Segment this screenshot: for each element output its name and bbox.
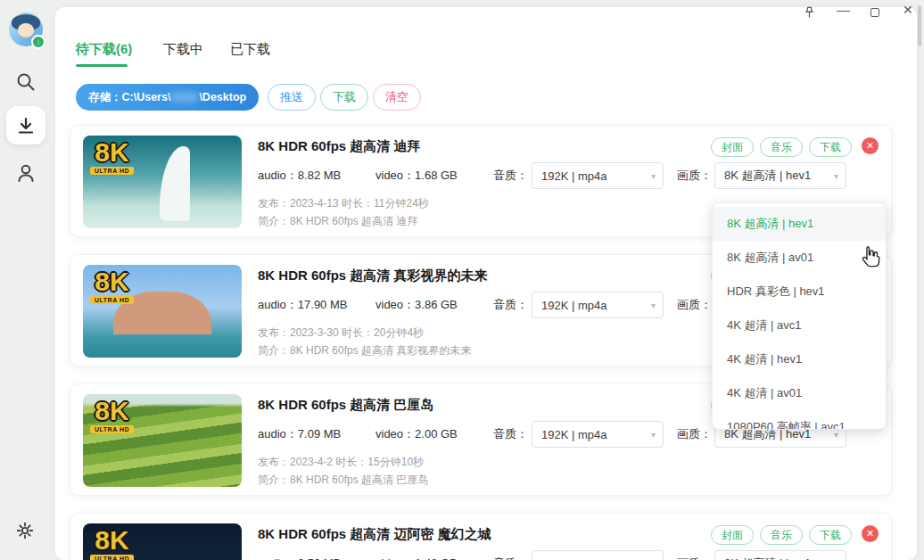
music-tag-button[interactable]: 音乐 (760, 137, 803, 157)
video-title: 8K HDR 60fps 超高清 迪拜 (258, 138, 421, 155)
video-quality-label: 画质： (677, 550, 712, 560)
download-all-button[interactable]: 下载 (320, 84, 368, 111)
storage-path-suffix: \Desktop (199, 91, 246, 103)
dropdown-option[interactable]: HDR 真彩色 | hev1 (713, 275, 886, 309)
audio-quality-label: 音质： (493, 550, 528, 560)
video-title: 8K HDR 60fps 超高清 真彩视界的未来 (258, 268, 488, 284)
active-tab-indicator (76, 64, 128, 67)
audio-quality-label: 音质： (493, 292, 528, 318)
audio-quality-label: 音质： (493, 162, 528, 189)
dropdown-option[interactable]: 4K 超清 | av01 (713, 376, 886, 410)
badge-8k-text: 8K (95, 140, 128, 166)
card-action-tags: 封面 音乐 下载 (711, 137, 852, 157)
downloader-app: ↓ — ✕ 待下载(6) 下载中 已下载 存储：C:\Users\ (0, 0, 924, 560)
audio-size-value: 7.09 MB (298, 427, 341, 441)
video-size-value: 2.00 GB (415, 427, 458, 441)
audio-label: audio： (258, 298, 298, 311)
audio-quality-value: 192K | mp4a (541, 557, 648, 560)
user-avatar[interactable]: ↓ (9, 12, 43, 46)
video-quality-select[interactable]: 8K 超高清 | hev1 ▾ (714, 162, 846, 189)
video-quality-value: 8K 超高清 | hev1 (724, 556, 830, 560)
close-window-button[interactable]: ✕ (903, 3, 913, 17)
dropdown-option[interactable]: 1080P60 高帧率 | avc1 (713, 410, 886, 430)
8k-ultrahd-badge: 8K ULTRA HD (90, 269, 134, 304)
audio-size: audio：17.90 MB (258, 292, 347, 318)
audio-size-value: 17.90 MB (298, 298, 348, 311)
badge-8k-text: 8K (95, 528, 128, 554)
settings-gear-icon[interactable] (15, 521, 37, 542)
video-size: video：3.86 GB (375, 292, 458, 318)
publish-info: 发布：2023-3-30 时长：20分钟4秒 (258, 325, 424, 341)
audio-quality-label: 音质： (493, 421, 528, 448)
audio-size: audio：7.09 MB (258, 421, 341, 448)
audio-size-value: 8.82 MB (298, 169, 341, 182)
badge-ultrahd-text: ULTRA HD (90, 555, 134, 560)
pin-on-top-icon[interactable] (803, 5, 816, 23)
audio-quality-select[interactable]: 192K | mp4a ▾ (532, 421, 664, 448)
video-label: video： (375, 556, 415, 560)
audio-label: audio： (258, 427, 298, 441)
cover-tag-button[interactable]: 封面 (711, 525, 754, 545)
clear-button[interactable]: 清空 (373, 84, 421, 111)
video-quality-dropdown: 8K 超高清 | hev18K 超高清 | av01HDR 真彩色 | hev1… (712, 202, 887, 430)
video-card: 8K ULTRA HD 8K HDR 60fps 超高清 迈阿密 魔幻之城 封面… (70, 513, 892, 560)
close-icon: ✕ (866, 140, 874, 152)
audio-quality-select[interactable]: 192K | mp4a ▾ (532, 550, 664, 560)
audio-quality-select[interactable]: 192K | mp4a ▾ (532, 162, 664, 189)
avatar-download-badge-icon: ↓ (31, 35, 45, 49)
remove-card-button[interactable]: ✕ (862, 137, 879, 154)
audio-size: audio：2.50 MB (258, 550, 341, 560)
video-quality-select[interactable]: 8K 超高清 | hev1 ▾ (714, 550, 846, 560)
badge-ultrahd-text: ULTRA HD (90, 167, 134, 175)
dropdown-option[interactable]: 4K 超清 | hev1 (713, 342, 886, 376)
minimize-button[interactable]: — (837, 2, 850, 17)
publish-info: 发布：2023-4-13 时长：11分钟24秒 (258, 196, 429, 211)
audio-label: audio： (258, 556, 298, 560)
badge-ultrahd-text: ULTRA HD (90, 425, 134, 433)
audio-quality-value: 192K | mp4a (541, 299, 648, 312)
download-tag-button[interactable]: 下载 (809, 525, 852, 545)
video-size: video：1.68 GB (375, 162, 458, 189)
storage-path-prefix: C:\Users\ (122, 91, 171, 103)
close-icon: ✕ (866, 528, 874, 539)
user-icon[interactable] (15, 162, 37, 184)
8k-ultrahd-badge: 8K ULTRA HD (90, 528, 134, 560)
sidebar-item-downloads[interactable] (6, 106, 45, 144)
cover-tag-button[interactable]: 封面 (711, 137, 754, 157)
badge-8k-text: 8K (95, 269, 128, 295)
search-icon[interactable] (15, 71, 37, 93)
push-button[interactable]: 推送 (268, 84, 316, 111)
dropdown-option[interactable]: 4K 超清 | avc1 (713, 309, 886, 342)
audio-quality-value: 192K | mp4a (541, 169, 648, 183)
remove-card-button[interactable]: ✕ (862, 525, 879, 542)
close-icon: ✕ (903, 3, 913, 17)
mouse-cursor-hand (859, 244, 881, 272)
maximize-button[interactable] (870, 8, 879, 17)
download-tag-button[interactable]: 下载 (809, 137, 852, 157)
8k-ultrahd-badge: 8K ULTRA HD (90, 140, 134, 175)
music-tag-button[interactable]: 音乐 (760, 525, 803, 545)
dropdown-scrollbar[interactable] (918, 5, 921, 46)
description-info: 简介：8K HDR 60fps 超高清 巴厘岛 (258, 473, 428, 488)
tab-pending-downloads[interactable]: 待下载(6) (76, 41, 132, 58)
video-label: video： (375, 427, 415, 441)
video-quality-label: 画质： (677, 292, 712, 318)
chevron-down-icon: ▾ (834, 430, 838, 440)
8k-ultrahd-badge: 8K ULTRA HD (90, 399, 134, 433)
video-thumbnail: 8K ULTRA HD (83, 136, 242, 228)
storage-path-button[interactable]: 存储：C:\Users\\Desktop (76, 84, 259, 111)
video-title: 8K HDR 60fps 超高清 迈阿密 魔幻之城 (258, 526, 491, 543)
video-quality-value: 8K 超高清 | hev1 (724, 168, 830, 184)
dropdown-option[interactable]: 8K 超高清 | hev1 (713, 207, 886, 241)
audio-quality-select[interactable]: 192K | mp4a ▾ (532, 292, 664, 318)
video-size-value: 3.86 GB (415, 298, 458, 311)
card-action-tags: 封面 音乐 下载 (711, 525, 852, 545)
audio-size: audio：8.82 MB (258, 162, 341, 189)
tab-downloaded[interactable]: 已下载 (230, 41, 270, 58)
audio-quality-value: 192K | mp4a (541, 428, 648, 441)
video-label: video： (375, 169, 415, 182)
video-size-value: 1.68 GB (415, 169, 458, 182)
tab-downloading[interactable]: 下载中 (163, 41, 203, 58)
avatar-art (18, 23, 34, 37)
publish-info: 发布：2023-4-2 时长：15分钟10秒 (258, 455, 424, 470)
